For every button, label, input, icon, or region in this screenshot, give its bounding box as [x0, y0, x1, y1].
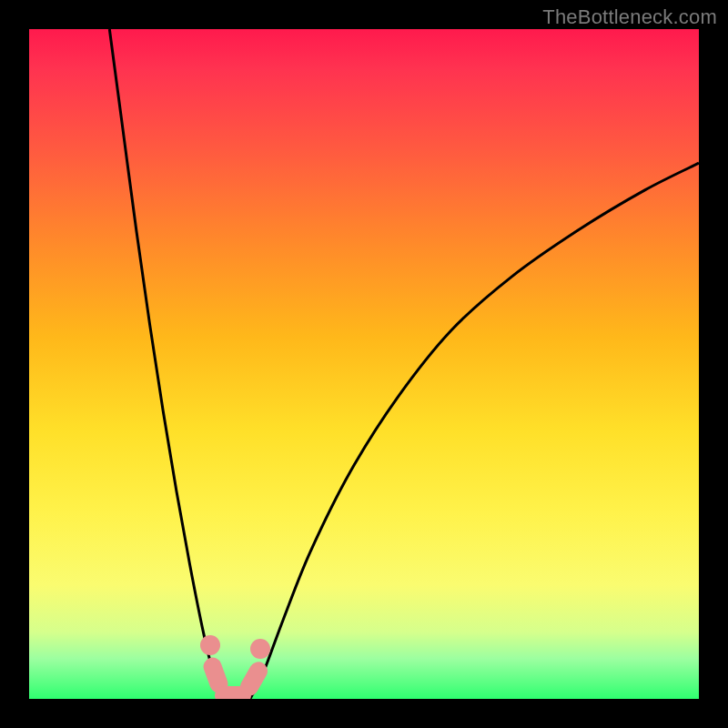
marker-right_dot_top [250, 639, 270, 659]
curve-layer [29, 29, 699, 699]
watermark-text: TheBottleneck.com [542, 5, 717, 29]
left-branch-path [109, 29, 229, 699]
plot-area [29, 29, 699, 699]
right-branch-path [250, 163, 699, 699]
chart-frame: TheBottleneck.com [0, 0, 728, 728]
marker-left_dot_top [200, 635, 220, 655]
